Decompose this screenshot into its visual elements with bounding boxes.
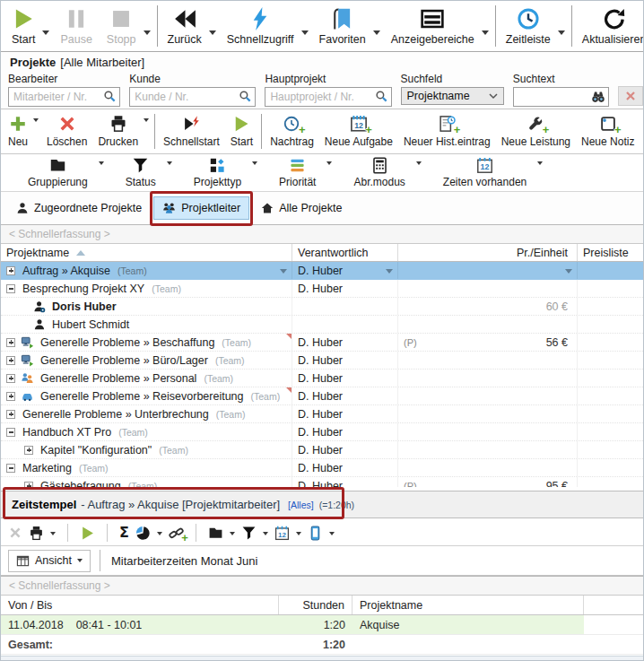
start-button[interactable]: Start [4, 5, 42, 48]
calendar-12-icon[interactable]: 12 [274, 526, 290, 541]
collapse-toggle[interactable] [6, 464, 15, 473]
status-dropdown-caret[interactable] [167, 161, 172, 165]
column-header-stunden[interactable]: Stunden [279, 596, 352, 614]
search-icon[interactable] [103, 90, 117, 103]
quick-access-button[interactable]: Schnellzugriff [220, 5, 301, 48]
expand-toggle[interactable] [6, 374, 15, 383]
table-row[interactable]: Marketing(Team) D. Huber [1, 459, 643, 477]
device-dropdown-caret[interactable] [329, 532, 335, 535]
filter-funnel-icon[interactable] [241, 526, 257, 541]
quickstart-button[interactable]: Schnellstart [158, 109, 225, 153]
combo-arrow[interactable] [565, 269, 572, 274]
favorites-dropdown-caret[interactable] [373, 30, 380, 35]
table-row[interactable]: Generelle Probleme » Büro/Lager(Team) D.… [1, 352, 643, 370]
column-header-projektname[interactable]: Projektname [1, 244, 292, 261]
refresh-button[interactable]: Aktualisieren [575, 5, 643, 48]
pause-button[interactable]: Pause [53, 5, 99, 48]
quick-access-dropdown-caret[interactable] [301, 30, 309, 35]
display-areas-dropdown-caret[interactable] [482, 30, 489, 35]
expand-toggle[interactable] [6, 410, 15, 419]
pie-chart-icon[interactable] [135, 526, 151, 541]
suchfeld-select[interactable]: Projektname [401, 87, 504, 105]
column-header-pr-einheit[interactable]: Pr./Einheit [398, 244, 578, 261]
back-dropdown-caret[interactable] [209, 30, 216, 35]
search-icon[interactable] [375, 90, 388, 103]
expand-toggle[interactable] [6, 356, 15, 365]
new-service-button[interactable]: Neue Leistung [496, 109, 576, 153]
priority-dropdown-caret[interactable] [326, 161, 332, 165]
tab-all-projects[interactable]: Alle Projekte [253, 197, 350, 219]
project-type-button[interactable]: Projekttyp [185, 154, 250, 191]
status-button[interactable]: Status [117, 154, 165, 191]
print-dropdown-caret[interactable] [144, 118, 149, 122]
new-history-entry-button[interactable]: Neuer Hist.eintrag [398, 109, 496, 153]
expand-toggle[interactable] [24, 446, 33, 455]
backdate-button[interactable]: Nachtrag [265, 109, 319, 153]
start-dropdown-caret[interactable] [42, 30, 49, 35]
column-header-projektname[interactable]: Projektname [352, 596, 584, 614]
expand-toggle[interactable] [6, 392, 15, 401]
folder-dropdown-caret[interactable] [230, 532, 235, 535]
timeline-button[interactable]: Zeitleiste [499, 5, 558, 48]
column-header-von-bis[interactable]: Von / Bis [1, 596, 279, 614]
print-dropdown-caret[interactable] [50, 532, 56, 535]
print-button[interactable]: Drucken [92, 109, 144, 153]
tab-project-leader[interactable]: Projektleiter [153, 196, 249, 220]
grouping-dropdown-caret[interactable] [99, 161, 104, 165]
stop-button[interactable]: Stopp [100, 5, 144, 48]
table-row[interactable]: Handbuch XT Pro(Team) D. Huber [1, 423, 643, 441]
search-icon[interactable] [239, 90, 252, 103]
printer-icon[interactable] [29, 526, 44, 541]
new-button[interactable]: Neu [3, 109, 33, 153]
timestamp-scope[interactable]: [Alles] [288, 500, 314, 510]
collapse-toggle[interactable] [6, 284, 15, 293]
priority-button[interactable]: Priorität [270, 154, 325, 191]
quick-entry-bar[interactable]: < Schnellerfassung > [1, 576, 643, 596]
table-row[interactable]: Generelle Probleme » Unterbrechung(Team)… [1, 405, 643, 423]
table-row[interactable]: Doris Huber 60 € [1, 298, 643, 316]
new-note-button[interactable]: Neue Notiz [576, 109, 640, 153]
expand-toggle[interactable] [6, 338, 15, 347]
display-areas-button[interactable]: Anzeigebereiche [384, 5, 482, 48]
filter-dropdown-caret[interactable] [263, 532, 268, 535]
link-plus-icon[interactable] [169, 526, 184, 541]
billing-mode-button[interactable]: Abr.modus [344, 154, 413, 191]
new-dropdown-caret[interactable] [33, 118, 39, 122]
column-header-verantwortlich[interactable]: Verantwortlich [292, 244, 398, 261]
column-header-preisliste[interactable]: Preisliste [578, 244, 643, 261]
table-row[interactable]: Generelle Probleme » Reisevorbereitung(T… [1, 387, 643, 405]
combo-arrow[interactable] [386, 269, 393, 274]
times-available-button[interactable]: 12 Zeiten vorhanden [434, 154, 535, 191]
binoculars-icon[interactable] [591, 90, 605, 104]
back-button[interactable]: Zurück [161, 5, 209, 48]
table-row[interactable]: Auftrag » Akquise(Team) D. Huber [1, 262, 643, 280]
grouping-button[interactable]: Gruppierung [19, 154, 97, 191]
delete-button[interactable]: Löschen [41, 109, 92, 153]
pie-dropdown-caret[interactable] [157, 532, 162, 535]
time-entry-row[interactable]: 11.04.201808:41 - 10:01 1:20 Akquise [1, 615, 643, 635]
stop-dropdown-caret[interactable] [144, 30, 151, 35]
mobile-device-icon[interactable] [308, 526, 323, 541]
table-row[interactable]: Generelle Probleme » Beschaffung(Team) D… [1, 334, 643, 352]
calendar-dropdown-caret[interactable] [296, 532, 301, 535]
quick-entry-bar[interactable]: < Schnellerfassung > [1, 224, 643, 244]
project-type-dropdown-caret[interactable] [252, 161, 257, 165]
sum-sigma-icon[interactable] [119, 526, 129, 540]
start-icon[interactable] [80, 526, 95, 541]
kunde-input[interactable] [129, 87, 256, 107]
folder-icon[interactable] [208, 526, 223, 541]
billing-mode-dropdown-caret[interactable] [416, 161, 422, 165]
clear-search-button[interactable] [618, 86, 643, 106]
table-row[interactable]: Hubert Schmidt [1, 316, 643, 334]
combo-arrow[interactable] [280, 269, 287, 274]
times-available-dropdown-caret[interactable] [537, 161, 543, 165]
expand-toggle[interactable] [6, 266, 15, 275]
new-task-button[interactable]: 12 Neue Aufgabe [319, 109, 398, 153]
start-timer-button[interactable]: Start [225, 109, 258, 153]
view-select-button[interactable]: Ansicht [8, 550, 91, 572]
hauptprojekt-input[interactable] [265, 87, 391, 107]
table-row[interactable]: Besprechung Projekt XY(Team) D. Huber [1, 280, 643, 298]
table-row[interactable]: Kapitel "Konfiguration"(Team) D. Huber [1, 441, 643, 459]
timeline-dropdown-caret[interactable] [558, 30, 565, 35]
collapse-toggle[interactable] [6, 428, 15, 437]
